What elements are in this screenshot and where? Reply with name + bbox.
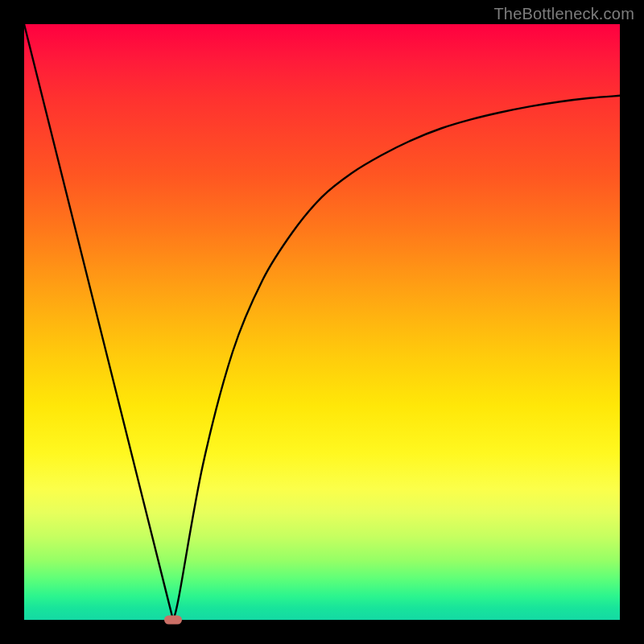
- plot-area: [24, 24, 620, 620]
- chart-frame: TheBottleneck.com: [0, 0, 644, 644]
- bottleneck-curve: [24, 24, 620, 620]
- watermark-text: TheBottleneck.com: [493, 5, 634, 23]
- minimum-marker: [164, 616, 182, 625]
